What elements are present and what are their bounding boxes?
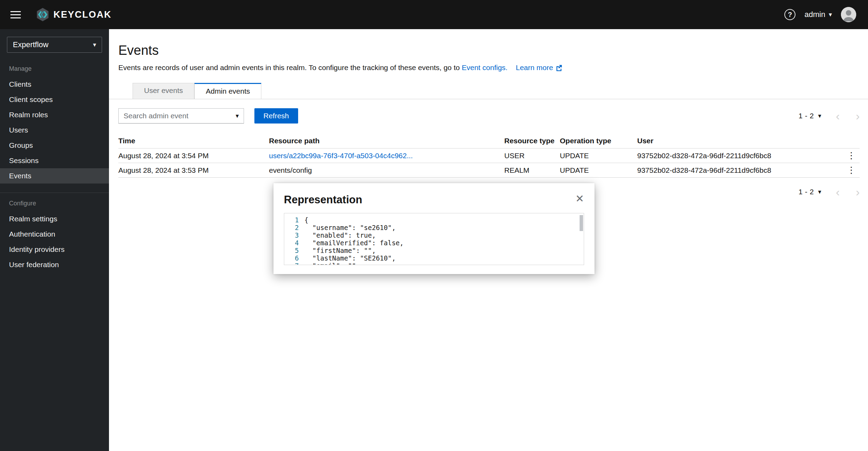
sidebar-item-users[interactable]: Users bbox=[0, 122, 109, 138]
cell-user: 93752b02-d328-472a-96df-2211d9cf6bc8 bbox=[637, 166, 843, 175]
tab-user-events[interactable]: User events bbox=[133, 83, 194, 99]
description-text: Events are records of user and admin eve… bbox=[118, 63, 460, 71]
tabs: User events Admin events bbox=[109, 83, 868, 99]
avatar[interactable] bbox=[841, 7, 856, 22]
refresh-button[interactable]: Refresh bbox=[254, 108, 298, 124]
table-row: August 28, 2024 at 3:54 PM users/a22bc99… bbox=[118, 148, 860, 163]
pagination-bottom: 1 - 2 ▾ ‹ › bbox=[799, 186, 860, 198]
cell-resource-type: REALM bbox=[504, 166, 560, 175]
menu-toggle-icon[interactable] bbox=[10, 9, 21, 20]
chevron-down-icon: ▾ bbox=[829, 11, 832, 18]
line-number-gutter: 1 2 3 4 5 6 7 bbox=[284, 213, 304, 265]
sidebar-item-user-federation[interactable]: User federation bbox=[0, 257, 109, 272]
code-content[interactable]: { "username": "se2610", "enabled": true,… bbox=[304, 213, 584, 265]
column-user: User bbox=[637, 137, 843, 145]
keycloak-logo-icon bbox=[35, 7, 50, 22]
previous-page-icon[interactable]: ‹ bbox=[836, 186, 840, 198]
sidebar-item-realm-settings[interactable]: Realm settings bbox=[0, 211, 109, 227]
pagination-menu-caret-icon[interactable]: ▾ bbox=[818, 189, 821, 195]
sidebar: Expertflow ▾ Manage Clients Client scope… bbox=[0, 29, 109, 451]
event-configs-link[interactable]: Event configs. bbox=[462, 63, 508, 71]
tab-admin-events[interactable]: Admin events bbox=[194, 83, 261, 99]
sidebar-item-realm-roles[interactable]: Realm roles bbox=[0, 107, 109, 122]
admin-events-table: Time Resource path Resource type Operati… bbox=[118, 133, 860, 178]
chevron-down-icon[interactable]: ▾ bbox=[236, 112, 239, 120]
code-line: "email": "", bbox=[304, 262, 584, 265]
pagination-range: 1 - 2 bbox=[799, 112, 814, 120]
page-title: Events bbox=[118, 43, 860, 58]
username-label: admin bbox=[804, 10, 825, 19]
row-actions-kebab-icon[interactable]: ⋮ bbox=[843, 150, 860, 161]
column-resource-path: Resource path bbox=[269, 137, 504, 145]
cell-resource-path: events/config bbox=[269, 166, 504, 175]
cell-time: August 28, 2024 at 3:54 PM bbox=[118, 152, 269, 160]
code-line: "enabled": true, bbox=[304, 231, 584, 239]
avatar-person-icon bbox=[841, 7, 856, 22]
sidebar-item-clients[interactable]: Clients bbox=[0, 77, 109, 92]
table-row: August 28, 2024 at 3:53 PM events/config… bbox=[118, 163, 860, 178]
previous-page-icon[interactable]: ‹ bbox=[836, 110, 840, 122]
user-menu[interactable]: admin ▾ bbox=[804, 10, 832, 19]
brand-name: KEYCLOAK bbox=[53, 9, 112, 20]
brand-logo: KEYCLOAK bbox=[35, 7, 112, 22]
pagination-top: 1 - 2 ▾ ‹ › bbox=[799, 110, 860, 122]
close-icon[interactable]: ✕ bbox=[575, 194, 584, 204]
search-admin-event-dropdown[interactable]: ▾ bbox=[118, 108, 244, 124]
code-line: "emailVerified": false, bbox=[304, 239, 584, 247]
modal-title: Representation bbox=[284, 194, 362, 206]
nav-section-manage: Manage bbox=[0, 56, 109, 77]
column-operation-type: Operation type bbox=[560, 137, 637, 145]
next-page-icon[interactable]: › bbox=[856, 186, 860, 198]
column-resource-type: Resource type bbox=[504, 137, 560, 145]
resource-path-link[interactable]: users/a22bc99a-76f3-470f-a503-04c4c962..… bbox=[269, 152, 413, 160]
learn-more-link[interactable]: Learn more bbox=[516, 63, 562, 72]
editor-scrollbar[interactable] bbox=[580, 215, 583, 231]
representation-modal: Representation ✕ 1 2 3 4 5 6 7 { "userna… bbox=[273, 183, 595, 274]
sidebar-item-groups[interactable]: Groups bbox=[0, 138, 109, 153]
sidebar-item-sessions[interactable]: Sessions bbox=[0, 153, 109, 168]
cell-user: 93752b02-d328-472a-96df-2211d9cf6bc8 bbox=[637, 152, 843, 160]
next-page-icon[interactable]: › bbox=[856, 110, 860, 122]
external-link-icon bbox=[556, 65, 562, 71]
cell-time: August 28, 2024 at 3:53 PM bbox=[118, 166, 269, 175]
cell-resource-type: USER bbox=[504, 152, 560, 160]
pagination-range: 1 - 2 bbox=[799, 188, 814, 196]
toolbar: ▾ Refresh 1 - 2 ▾ ‹ › bbox=[109, 99, 868, 124]
code-line: "firstName": "", bbox=[304, 247, 584, 254]
sidebar-item-client-scopes[interactable]: Client scopes bbox=[0, 92, 109, 107]
sidebar-item-identity-providers[interactable]: Identity providers bbox=[0, 242, 109, 257]
search-input[interactable] bbox=[124, 112, 236, 120]
sidebar-item-authentication[interactable]: Authentication bbox=[0, 227, 109, 242]
code-line: { bbox=[304, 216, 584, 224]
cell-operation-type: UPDATE bbox=[560, 152, 637, 160]
sidebar-item-events[interactable]: Events bbox=[0, 168, 109, 184]
cell-operation-type: UPDATE bbox=[560, 166, 637, 175]
code-editor[interactable]: 1 2 3 4 5 6 7 { "username": "se2610", "e… bbox=[284, 213, 584, 265]
help-icon[interactable]: ? bbox=[784, 9, 795, 20]
pagination-menu-caret-icon[interactable]: ▾ bbox=[818, 113, 821, 119]
page-description: Events are records of user and admin eve… bbox=[118, 63, 860, 72]
nav-section-configure: Configure bbox=[0, 193, 109, 211]
realm-selector[interactable]: Expertflow ▾ bbox=[7, 37, 102, 53]
realm-name: Expertflow bbox=[13, 40, 49, 49]
masthead: KEYCLOAK ? admin ▾ bbox=[0, 0, 868, 29]
chevron-down-icon: ▾ bbox=[93, 42, 96, 48]
column-time: Time bbox=[118, 137, 269, 145]
code-line: "username": "se2610", bbox=[304, 224, 584, 231]
row-actions-kebab-icon[interactable]: ⋮ bbox=[843, 165, 860, 176]
code-line: "lastName": "SE2610", bbox=[304, 254, 584, 262]
table-header-row: Time Resource path Resource type Operati… bbox=[118, 133, 860, 148]
